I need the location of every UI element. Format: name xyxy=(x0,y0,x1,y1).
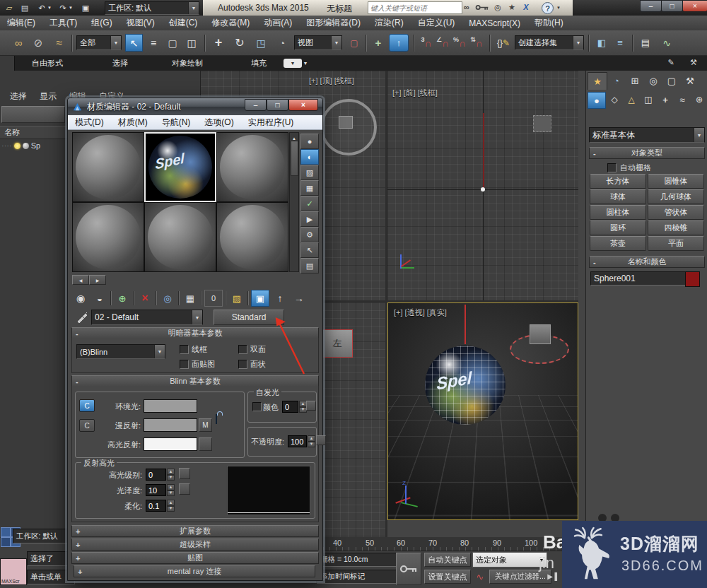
category-systems-icon[interactable]: ⊛ xyxy=(691,92,707,107)
add-time-tag-field[interactable]: 添加时间标记 xyxy=(316,570,398,584)
selection-filter-dropdown[interactable]: 全部 ▼ xyxy=(76,35,122,50)
specular-level-spinner[interactable]: 0 ▲▼ xyxy=(146,469,175,481)
ribbon-tab-freeform[interactable]: 自由形式 xyxy=(25,56,70,71)
menu-views[interactable]: 视图(V) xyxy=(119,16,162,30)
tab-modify[interactable]: ◔ xyxy=(607,72,626,89)
spin-up-icon[interactable]: ▲ xyxy=(167,500,175,506)
map-lock-icon[interactable] xyxy=(216,414,217,424)
category-shapes-icon[interactable]: ◇ xyxy=(606,92,623,107)
mental-ray-connection-rollout[interactable]: +mental ray 连接 xyxy=(74,565,315,577)
ambient-color-swatch[interactable] xyxy=(144,399,197,413)
exchange-apps-icon[interactable]: X xyxy=(520,1,532,13)
menu-maxscript[interactable]: MAXScript(X) xyxy=(462,16,527,30)
opacity-map-button[interactable] xyxy=(316,435,326,445)
ribbon-tab-selection[interactable]: 选择 xyxy=(105,56,135,71)
self-illum-spinner[interactable]: 0 ▲▼ xyxy=(282,401,307,413)
backlight-icon[interactable]: ◐ xyxy=(300,149,319,165)
sample-tiling-icon[interactable]: ▦ xyxy=(300,180,319,196)
redo-dropdown-icon[interactable]: ▼ xyxy=(68,4,74,11)
two-sided-checkbox[interactable] xyxy=(238,345,247,354)
opacity-value[interactable]: 100 xyxy=(288,435,307,447)
sample-scroll-right-icon[interactable]: ▶ xyxy=(89,275,106,285)
next-frame-icon[interactable]: ▶ xyxy=(546,571,554,581)
button-plane[interactable]: 平面 xyxy=(648,236,704,251)
menu-tools[interactable]: 工具(T) xyxy=(42,16,84,30)
select-object-icon[interactable]: ↖ xyxy=(125,34,143,52)
button-geosphere[interactable]: 几何球体 xyxy=(648,189,704,204)
isolate-key-button[interactable] xyxy=(396,553,421,585)
menu-group[interactable]: 组(G) xyxy=(84,16,119,30)
category-geometry-icon[interactable]: ● xyxy=(588,92,606,109)
communication-center-icon[interactable]: ◎ xyxy=(492,1,503,13)
spin-down-icon[interactable]: ▼ xyxy=(308,442,315,448)
menu-animation[interactable]: 动画(A) xyxy=(257,16,299,30)
ribbon-minimize-icon[interactable]: ▼ xyxy=(284,59,302,68)
object-name-field[interactable] xyxy=(590,271,686,286)
maxscript-mini-listener[interactable]: MAXScr xyxy=(0,558,27,585)
maps-rollout[interactable]: +贴图 xyxy=(71,552,319,564)
tab-hierarchy[interactable]: ⊞ xyxy=(626,72,644,89)
viewport-perspective-label[interactable]: [+] [透视] [真实] xyxy=(394,307,447,318)
background-icon[interactable]: ▨ xyxy=(300,165,319,180)
select-by-name-icon[interactable]: ≡ xyxy=(145,35,162,52)
viewport-perspective[interactable]: [+] [透视] [真实] Spel Z xyxy=(387,302,578,520)
specular-level-value[interactable]: 0 xyxy=(146,469,166,481)
explorer-search-field[interactable] xyxy=(1,106,65,123)
select-and-rotate-icon[interactable]: ↻ xyxy=(231,35,248,52)
diffuse-specular-lock-icon[interactable]: C xyxy=(79,419,95,432)
ribbon-tab-populate[interactable]: 填充 xyxy=(244,56,274,71)
select-and-move-icon[interactable]: + xyxy=(210,35,227,52)
button-cylinder[interactable]: 圆柱体 xyxy=(590,205,646,220)
material-slot-1[interactable] xyxy=(72,132,144,202)
mat-editor-close-button[interactable]: × xyxy=(288,99,318,111)
mirror-icon[interactable]: ◧ xyxy=(594,35,609,51)
material-slot-6[interactable] xyxy=(216,202,288,272)
wrench-tool-icon[interactable]: ⚒ xyxy=(686,55,701,69)
diffuse-color-swatch[interactable] xyxy=(144,418,197,432)
textured-sphere-object[interactable]: Spel xyxy=(425,346,506,425)
material-name-dropdown[interactable]: 02 - Default ▼ xyxy=(91,310,203,325)
options-gear-icon[interactable]: ⚙ xyxy=(300,227,319,242)
specular-level-map-button[interactable] xyxy=(179,468,190,479)
select-and-link-icon[interactable]: ∞ xyxy=(10,35,27,52)
object-type-rollout-header[interactable]: - 对象类型 xyxy=(589,147,705,159)
workspace-status-box[interactable]: 工作区: 默认 xyxy=(13,529,74,543)
select-by-material-icon[interactable]: ↖ xyxy=(300,242,319,258)
search-input[interactable] xyxy=(368,1,462,14)
material-editor-titlebar[interactable]: 材质编辑器 - 02 - Default – □ × xyxy=(68,98,322,115)
save-icon[interactable]: ▤ xyxy=(18,1,31,14)
spin-down-icon[interactable]: ▼ xyxy=(167,490,175,497)
button-box[interactable]: 长方体 xyxy=(590,174,646,189)
make-material-copy-icon[interactable]: ◎ xyxy=(159,290,176,306)
ribbon-stub-tab[interactable] xyxy=(0,56,15,71)
show-material-in-viewport-icon[interactable]: ▣ xyxy=(251,290,269,307)
layer-manager-icon[interactable]: ▤ xyxy=(638,35,653,51)
explorer-tab-display[interactable]: 显示 xyxy=(40,90,57,102)
sample-type-icon[interactable]: ● xyxy=(300,134,319,149)
use-selection-center-icon[interactable]: ↑ xyxy=(389,34,409,52)
workspace-selector[interactable]: 工作区: 默认 ▼ xyxy=(105,1,199,15)
menu-customize[interactable]: 自定义(U) xyxy=(411,16,462,30)
spin-up-icon[interactable]: ▲ xyxy=(167,484,175,490)
viewport-top-label[interactable]: [+] [顶] [线框] xyxy=(309,76,354,86)
unlink-selection-icon[interactable]: ⊘ xyxy=(30,35,47,52)
window-crossing-icon[interactable]: ◫ xyxy=(183,35,200,52)
button-torus[interactable]: 圆环 xyxy=(590,220,646,235)
snap-toggle-3d-icon[interactable]: 3∩ xyxy=(419,35,434,51)
mat-editor-minimize-button[interactable]: – xyxy=(245,99,267,111)
explorer-list-item[interactable]: ···· Sp xyxy=(0,140,71,151)
explorer-item-label[interactable]: Sp xyxy=(31,141,40,150)
ribbon-tab-object-paint[interactable]: 对象绘制 xyxy=(165,56,210,71)
align-icon[interactable]: ≡ xyxy=(612,35,628,51)
tab-motion[interactable]: ◎ xyxy=(644,72,662,89)
select-and-manipulate-icon[interactable]: ◔ xyxy=(274,35,291,52)
primitive-category-dropdown[interactable]: 标准基本体 ▼ xyxy=(589,127,705,143)
edit-named-selection-icon[interactable]: {}✎ xyxy=(495,35,512,51)
button-sphere[interactable]: 球体 xyxy=(590,189,646,204)
scrollbar-thumb[interactable] xyxy=(291,141,298,176)
spin-up-icon[interactable]: ▲ xyxy=(167,469,175,475)
pencil-tool-icon[interactable]: ✎ xyxy=(664,55,678,69)
ribbon-config-icon[interactable]: ▼ xyxy=(302,59,309,68)
go-forward-to-sibling-icon[interactable]: → xyxy=(291,290,308,306)
me-menu-utilities[interactable]: 实用程序(U) xyxy=(241,115,301,129)
